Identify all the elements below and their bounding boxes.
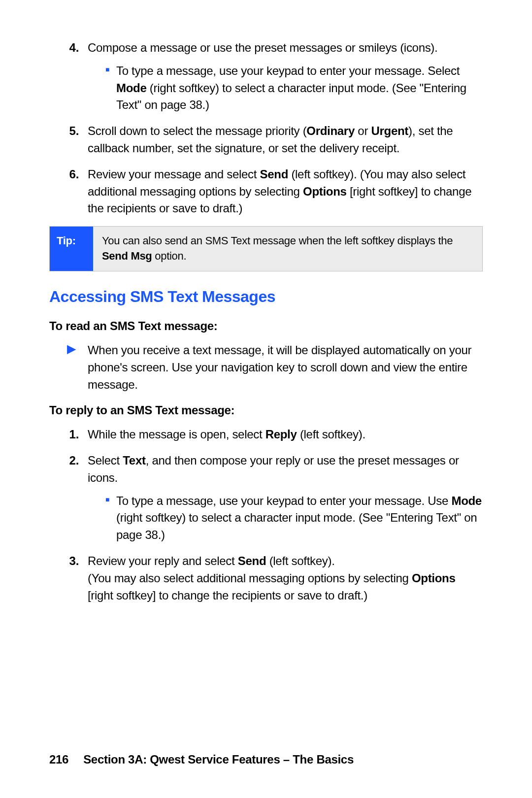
- section-title: Section 3A: Qwest Service Features – The…: [83, 753, 354, 766]
- reply-step-1: 1. While the message is open, select Rep…: [49, 426, 483, 443]
- step-body: Select Text, and then compose your reply…: [88, 452, 483, 544]
- text: Review your reply and select: [88, 554, 238, 567]
- text: You can also send an SMS Text message wh…: [102, 234, 453, 247]
- ordered-list-top: 4. Compose a message or use the preset m…: [49, 39, 483, 217]
- step-number: 2.: [49, 452, 88, 544]
- step-number: 5.: [49, 123, 88, 157]
- step-6: 6. Review your message and select Send (…: [49, 166, 483, 217]
- text: To type a message, use your keypad to en…: [116, 494, 451, 507]
- bold-text: Options: [303, 185, 347, 198]
- text: or: [355, 124, 371, 137]
- step-body: Review your reply and select Send (left …: [88, 553, 483, 604]
- page-number: 216: [49, 753, 68, 766]
- tip-body: You can also send an SMS Text message wh…: [93, 227, 482, 271]
- step-body: Compose a message or use the preset mess…: [88, 39, 483, 114]
- bold-text: Ordinary: [306, 124, 355, 137]
- text: option.: [152, 250, 187, 262]
- sub-bullet: ■ To type a message, use your keypad to …: [105, 493, 483, 544]
- text: While the message is open, select: [88, 428, 266, 441]
- page-footer: 216Section 3A: Qwest Service Features – …: [49, 751, 354, 768]
- sub-body: To type a message, use your keypad to en…: [116, 63, 483, 114]
- ordered-list-reply: 1. While the message is open, select Rep…: [49, 426, 483, 604]
- arrow-body: When you receive a text message, it will…: [88, 342, 483, 393]
- tip-label: Tip:: [50, 227, 93, 271]
- step-number: 4.: [49, 39, 88, 114]
- reply-step-2: 2. Select Text, and then compose your re…: [49, 452, 483, 544]
- text: Review your message and select: [88, 167, 260, 181]
- text: (You may also select additional messagin…: [88, 571, 412, 585]
- reply-step-3: 3. Review your reply and select Send (le…: [49, 553, 483, 604]
- step-4: 4. Compose a message or use the preset m…: [49, 39, 483, 114]
- text: [right softkey] to change the recipients…: [88, 589, 367, 602]
- sub-body: To type a message, use your keypad to en…: [116, 493, 483, 544]
- bold-text: Reply: [266, 428, 297, 441]
- step-5: 5. Scroll down to select the message pri…: [49, 123, 483, 157]
- step-body: Scroll down to select the message priori…: [88, 123, 483, 157]
- bold-text: Mode: [451, 494, 481, 507]
- subheading-read: To read an SMS Text message:: [49, 318, 483, 335]
- text: To type a message, use your keypad to en…: [116, 64, 460, 77]
- text: (left softkey).: [266, 554, 334, 567]
- step-number: 3.: [49, 553, 88, 604]
- arrow-icon: ▶: [67, 342, 88, 393]
- tip-box: Tip: You can also send an SMS Text messa…: [49, 226, 483, 271]
- bullet-icon: ■: [105, 63, 116, 114]
- subheading-reply: To reply to an SMS Text message:: [49, 402, 483, 419]
- bullet-icon: ■: [105, 493, 116, 544]
- bold-text: Mode: [116, 81, 146, 95]
- sub-bullet: ■ To type a message, use your keypad to …: [105, 63, 483, 114]
- bold-text: Send: [260, 167, 288, 181]
- text: Scroll down to select the message priori…: [88, 124, 306, 137]
- step-number: 6.: [49, 166, 88, 217]
- section-heading: Accessing SMS Text Messages: [49, 285, 483, 308]
- text: (left softkey).: [297, 428, 366, 441]
- bold-text: Text: [123, 454, 145, 467]
- bold-text: Send Msg: [102, 250, 152, 262]
- step-body: While the message is open, select Reply …: [88, 426, 483, 443]
- bold-text: Options: [412, 571, 456, 585]
- text: Select: [88, 454, 123, 467]
- text: (right softkey) to select a character in…: [116, 81, 466, 112]
- step-text: Compose a message or use the preset mess…: [88, 41, 437, 54]
- text: (right softkey) to select a character in…: [116, 511, 477, 541]
- step-number: 1.: [49, 426, 88, 443]
- bold-text: Send: [238, 554, 266, 567]
- bold-text: Urgent: [371, 124, 408, 137]
- step-body: Review your message and select Send (lef…: [88, 166, 483, 217]
- arrow-item: ▶ When you receive a text message, it wi…: [67, 342, 483, 393]
